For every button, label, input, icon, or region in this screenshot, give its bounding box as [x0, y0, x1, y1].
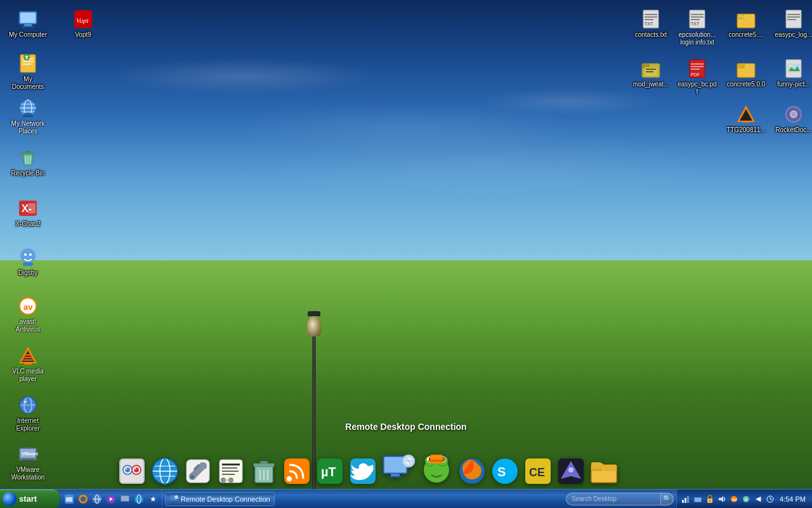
desktop-icon-epcsolution[interactable]: TXT epcsolution...login info.txt [674, 6, 720, 49]
desktop-icon-mod-jweat[interactable]: mod_jweat... [628, 56, 674, 91]
svg-point-101 [190, 475, 194, 479]
desktop-icon-easypc-bc[interactable]: PDF easypc_bc.pdf [674, 56, 720, 98]
desktop: My Computer My Documents [0, 0, 812, 508]
dock-tools[interactable] [183, 456, 213, 486]
taskbar-app-rdc[interactable]: Remote Desktop Connection [165, 492, 275, 506]
taskbar: start [0, 489, 812, 508]
svg-rect-2 [24, 24, 32, 26]
dock-cheat-engine[interactable]: CE [523, 456, 553, 486]
dock-firefox[interactable] [457, 456, 487, 486]
svg-marker-174 [719, 496, 723, 502]
svg-rect-113 [260, 461, 268, 464]
ttg-label: TTG200811... [726, 126, 766, 134]
svg-rect-65 [646, 69, 656, 70]
desktop-icon-easypc-log[interactable]: easypc_log... [771, 6, 812, 41]
desktop-icon-network-places[interactable]: My Network Places [5, 95, 51, 138]
dock-plain-text[interactable] [216, 456, 246, 486]
concrete500-label: concrete5.0.0 [727, 81, 766, 88]
desktop-icon-vmware[interactable]: VMware VMware Workstation [5, 441, 51, 484]
network-places-label: My Network Places [8, 120, 48, 135]
dock-trash[interactable] [249, 456, 279, 486]
tray-sound[interactable] [717, 494, 727, 504]
vopt9-icon: Vopt [73, 9, 93, 29]
desktop-icon-funny-pict[interactable]: funny-pict... [771, 56, 812, 91]
search-button[interactable]: 🔍 [661, 493, 674, 505]
contacts-label: contacts.txt [635, 31, 667, 39]
easypc-bc-icon: PDF [687, 58, 707, 79]
dock-alienware[interactable] [556, 456, 586, 486]
search-input[interactable] [566, 493, 661, 505]
rocketdoc-icon [783, 104, 804, 124]
svg-rect-169 [687, 496, 689, 503]
ql-firefox[interactable] [77, 493, 89, 505]
svg-point-163 [134, 495, 143, 504]
tray-antivirus[interactable]: av [729, 494, 739, 504]
epcsolution-icon: TXT [687, 9, 707, 29]
desktop-icon-vopt9[interactable]: Vopt Vopt9 [60, 6, 106, 41]
vopt9-label: Vopt9 [75, 31, 91, 39]
dock-network[interactable] [150, 456, 180, 486]
svg-rect-32 [25, 354, 30, 356]
ql-star[interactable]: ★ [147, 493, 159, 505]
desktop-icon-rocketdoc[interactable]: RocketDoc... [771, 102, 812, 137]
svg-text:CE: CE [529, 466, 545, 479]
tray-network[interactable] [681, 494, 691, 504]
desktop-icon-concrete500[interactable]: concrete5.0.0 [723, 56, 769, 91]
desktop-icon-ttg[interactable]: TTG200811... [723, 102, 769, 137]
dock-utorrent[interactable]: µT [315, 456, 345, 486]
dock-frog[interactable] [419, 451, 454, 486]
funny-pict-label: funny-pict... [777, 81, 810, 88]
svg-text:Vopt: Vopt [76, 17, 89, 24]
svg-rect-66 [646, 71, 653, 72]
ql-vmware[interactable] [119, 493, 131, 505]
desktop-icon-contacts[interactable]: TXT contacts.txt [628, 6, 674, 41]
ql-icon6[interactable] [133, 493, 145, 505]
svg-text:VMware: VMware [22, 451, 38, 456]
ql-antivirus[interactable] [63, 493, 75, 505]
desktop-icon-recycle-bin[interactable]: Recycle Bin [5, 145, 51, 180]
svg-text:e: e [24, 399, 27, 404]
mod-jweat-label: mod_jweat... [633, 81, 669, 88]
svg-rect-70 [691, 69, 700, 70]
desktop-icon-avast[interactable]: av avast! Antivirus [5, 293, 51, 336]
svg-point-166 [174, 495, 178, 499]
ql-ie[interactable] [91, 493, 103, 505]
dock-remote-desktop[interactable] [381, 451, 416, 486]
svg-rect-30 [23, 359, 33, 361]
desktop-icon-vlc[interactable]: VLC media player [5, 343, 51, 385]
concrete5-label: concrete5.... [728, 31, 763, 39]
ql-media[interactable] [105, 493, 117, 505]
recycle-bin-label: Recycle Bin [11, 170, 45, 177]
easypc-bc-label: easypc_bc.pdf [677, 81, 717, 96]
svg-text:TXT: TXT [645, 22, 653, 26]
ie-label: Internet Explorer [8, 417, 48, 432]
dock-rss[interactable] [282, 456, 312, 486]
desktop-icon-ie[interactable]: e Internet Explorer [5, 392, 51, 435]
dock-finder[interactable] [117, 456, 147, 486]
tray-balloon[interactable]: ◀ [753, 494, 763, 504]
desktop-icon-digsby[interactable]: Digsby [5, 244, 51, 279]
svg-point-118 [287, 476, 292, 481]
svg-rect-68 [691, 64, 704, 65]
svg-rect-61 [787, 19, 796, 20]
tray-lock[interactable] [705, 494, 715, 504]
svg-point-89 [126, 468, 128, 470]
tray-network2[interactable] [693, 494, 703, 504]
concrete500-icon [736, 58, 756, 79]
tray-extra[interactable]: ⊕ [741, 494, 751, 504]
desktop-icon-concrete5[interactable]: FLD concrete5.... [723, 6, 769, 41]
svg-point-21 [24, 253, 27, 256]
epcsolution-label: epcsolution...login info.txt [679, 31, 716, 46]
svg-text:S: S [497, 465, 506, 479]
dock-twitter[interactable] [348, 456, 378, 486]
desktop-icon-my-documents[interactable]: My Documents [5, 51, 51, 93]
desktop-icon-my-computer[interactable]: My Computer [5, 6, 51, 41]
svg-text:µT: µT [321, 465, 336, 479]
start-button[interactable]: start [0, 490, 60, 509]
quick-launch-bar: ★ [60, 490, 162, 508]
svg-rect-23 [23, 262, 33, 266]
dock-folder[interactable] [589, 456, 619, 486]
dock-skype[interactable]: S [490, 456, 520, 486]
desktop-icon-xchat[interactable]: X- X-Chat 2 [5, 196, 51, 231]
svg-rect-79 [742, 121, 750, 123]
